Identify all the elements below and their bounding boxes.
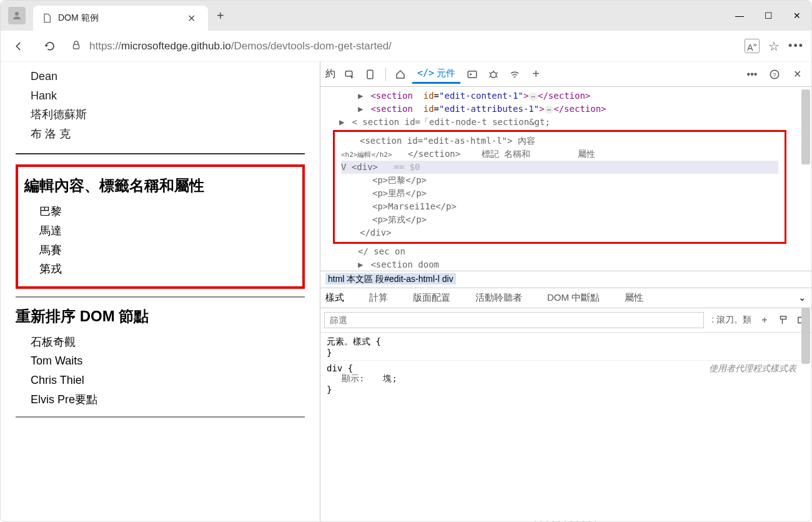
svg-rect-1	[74, 44, 79, 49]
subtab-properties[interactable]: 屬性	[625, 292, 643, 304]
lock-icon	[71, 39, 82, 53]
new-style-button[interactable]: +	[755, 314, 774, 326]
filter-input[interactable]	[324, 312, 704, 328]
styles-subtabs: 樣式 計算 版面配置 活動聆聽者 DOM 中斷點 屬性 ⌄	[320, 288, 811, 308]
page-icon	[42, 13, 52, 23]
divider	[16, 153, 305, 154]
back-button[interactable]	[8, 36, 29, 57]
list-item: Chris Thiel	[31, 371, 305, 390]
list-item: 馬達	[39, 221, 296, 241]
window-titlebar: DOM 範例 ✕ + — ☐ ✕	[1, 1, 811, 31]
maximize-button[interactable]: ☐	[754, 2, 783, 29]
list-item: 石板奇觀	[31, 333, 305, 352]
tab-title: DOM 範例	[58, 13, 177, 24]
divider	[16, 296, 305, 298]
subtab-computed[interactable]: 計算	[369, 292, 388, 304]
list-item: 塔利德蘇斯	[31, 105, 305, 124]
person-icon	[11, 10, 22, 21]
help-icon[interactable]: ?	[765, 65, 784, 84]
new-tab-button[interactable]: +	[217, 9, 224, 23]
styles-pane[interactable]: 元素。樣式 { } div { 使用者代理程式樣式表 顯示:塊; }	[320, 333, 811, 519]
subtab-layout[interactable]: 版面配置	[413, 292, 450, 304]
list-item: Dean	[31, 67, 305, 86]
divider	[16, 416, 305, 418]
brush-icon[interactable]	[774, 314, 793, 326]
elements-tree[interactable]: ⋯ ▶ <section id="edit-content-1">⋯</sect…	[320, 87, 811, 271]
tab-elements[interactable]: </> 元件	[412, 65, 460, 84]
svg-point-0	[15, 12, 19, 16]
devtools-toolbar: 約 </> 元件 + ••• ? ✕	[320, 62, 811, 87]
selected-node[interactable]: V <div> == $0	[341, 161, 778, 174]
favorite-button[interactable]: ☆	[768, 39, 780, 54]
list-item: Elvis Pre要點	[31, 390, 305, 409]
highlighted-section: 編輯內容、標籤名稱和屬性 巴黎 馬達 馬賽 第戎	[16, 164, 305, 288]
list-item: Tom Waits	[31, 351, 305, 371]
network-icon[interactable]	[505, 65, 524, 84]
more-button[interactable]: •••	[788, 39, 804, 53]
section-heading: 編輯內容、標籤名稱和屬性	[24, 174, 296, 197]
hov-button[interactable]: : 滾刀。類	[708, 314, 755, 326]
svg-rect-3	[367, 70, 373, 79]
scrollbar[interactable]	[801, 89, 810, 164]
tab-close-button[interactable]: ✕	[184, 11, 199, 26]
resize-handle[interactable]: • • • • • • • • • • •	[320, 519, 811, 522]
svg-rect-4	[468, 71, 477, 78]
close-devtools-icon[interactable]: ✕	[788, 65, 806, 84]
highlighted-tree-region: <section id="edit-as-html-l"> 內容 <h2>編輯<…	[333, 130, 786, 244]
list-item: 布 洛 克	[31, 124, 305, 144]
svg-point-5	[491, 72, 497, 78]
toolbar-label: 約	[325, 68, 335, 81]
refresh-button[interactable]	[39, 36, 61, 57]
subtab-listeners[interactable]: 活動聆聽者	[475, 292, 522, 304]
inspect-icon[interactable]	[340, 65, 359, 84]
subtab-styles[interactable]: 樣式	[325, 292, 344, 304]
list-item: Hank	[31, 86, 305, 106]
browser-tab[interactable]: DOM 範例 ✕	[33, 6, 208, 31]
list-item: 馬賽	[39, 241, 296, 260]
profile-button[interactable]	[8, 7, 26, 24]
url-field[interactable]: https://microsoftedge.github.io/Demos/de…	[71, 39, 735, 53]
filter-bar: : 滾刀。類 +	[320, 308, 811, 333]
subtab-dom-breakpoints[interactable]: DOM 中斷點	[547, 292, 600, 304]
read-aloud-button[interactable]: A»	[745, 39, 760, 54]
welcome-icon[interactable]	[391, 65, 410, 84]
ua-stylesheet-label: 使用者代理程式樣式表	[709, 363, 796, 374]
breadcrumb[interactable]: html 本文區 段#edit-as-html-l div	[320, 271, 811, 288]
minimize-button[interactable]: —	[725, 2, 754, 29]
add-tab-icon[interactable]: +	[527, 65, 545, 84]
list-item: 巴黎	[39, 202, 296, 221]
svg-rect-2	[345, 71, 352, 76]
list-item: 第戎	[39, 259, 296, 279]
section-heading: 重新排序 DOM 節點	[16, 305, 305, 328]
scrollbar[interactable]	[801, 308, 810, 364]
console-icon[interactable]	[463, 65, 482, 84]
more-icon[interactable]: •••	[743, 65, 761, 84]
device-icon[interactable]	[362, 65, 380, 84]
address-bar: https://microsoftedge.github.io/Demos/de…	[1, 31, 811, 62]
close-window-button[interactable]: ✕	[783, 2, 811, 29]
chevron-down-icon[interactable]: ⌄	[798, 292, 806, 304]
devtools-panel: 約 </> 元件 + ••• ? ✕ ⋯ ▶ <section id="edit…	[320, 62, 811, 522]
svg-text:?: ?	[773, 71, 776, 78]
url-text: https://microsoftedge.github.io/Demos/de…	[89, 40, 392, 53]
bug-icon[interactable]	[484, 65, 503, 84]
page-content: Dean Hank 塔利德蘇斯 布 洛 克 編輯內容、標籤名稱和屬性 巴黎 馬達…	[1, 62, 320, 522]
